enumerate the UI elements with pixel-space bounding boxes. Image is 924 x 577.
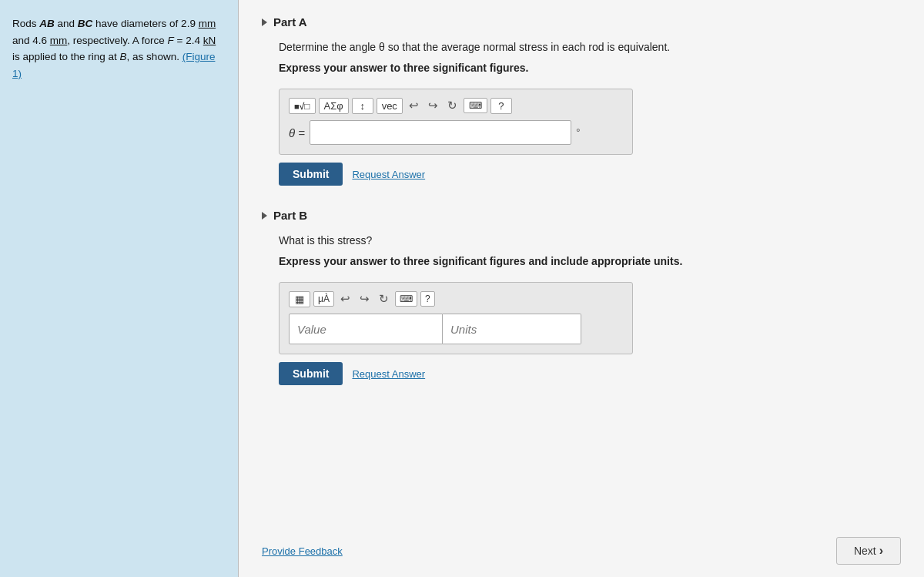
degree-symbol: °	[576, 126, 581, 139]
part-a-toolbar: ■√□ ΑΣφ ↕ vec ↩ ↪ ↻ ⌨ ?	[289, 97, 623, 114]
footer: Provide Feedback Next ›	[239, 537, 924, 565]
part-b-title: Part B	[273, 209, 307, 222]
formula-button-a[interactable]: ■√□	[289, 98, 316, 114]
part-a-desc1: Determine the angle θ so that the averag…	[279, 39, 901, 55]
redo-button-a[interactable]: ↪	[425, 97, 441, 114]
redo-button-b[interactable]: ↪	[357, 290, 373, 307]
part-b-content: What is this stress? Express your answer…	[262, 233, 901, 385]
part-b-answer-box: ▦ μÀ ↩ ↪ ↻ ⌨ ?	[279, 282, 633, 354]
part-b-value-units-row	[289, 314, 623, 344]
next-button[interactable]: Next ›	[836, 537, 901, 565]
part-b-toolbar: ▦ μÀ ↩ ↪ ↻ ⌨ ?	[289, 290, 623, 307]
keyboard-button-a[interactable]: ⌨	[464, 98, 487, 113]
keyboard-button-b[interactable]: ⌨	[395, 291, 417, 307]
problem-description-panel: Rods AB and BC have diameters of 2.9 mm …	[0, 0, 239, 577]
submit-button-b[interactable]: Submit	[279, 362, 343, 385]
next-label: Next	[854, 545, 876, 557]
vec-button-a[interactable]: vec	[377, 98, 403, 114]
theta-label: θ =	[289, 126, 305, 139]
undo-button-b[interactable]: ↩	[337, 290, 353, 307]
request-answer-b[interactable]: Request Answer	[352, 368, 425, 380]
mu-button-b[interactable]: μÀ	[313, 291, 334, 307]
part-a-content: Determine the angle θ so that the averag…	[262, 39, 901, 186]
refresh-button-b[interactable]: ↻	[376, 290, 392, 307]
undo-button-a[interactable]: ↩	[406, 97, 422, 114]
help-button-b[interactable]: ?	[420, 291, 435, 307]
request-answer-a[interactable]: Request Answer	[352, 169, 425, 180]
part-a-answer-box: ■√□ ΑΣφ ↕ vec ↩ ↪ ↻ ⌨ ? θ = °	[279, 89, 633, 155]
part-b-desc1: What is this stress?	[279, 233, 901, 249]
arrows-button-a[interactable]: ↕	[352, 98, 373, 114]
next-arrow-icon: ›	[879, 544, 883, 558]
part-a-buttons: Submit Request Answer	[279, 163, 901, 186]
refresh-button-a[interactable]: ↻	[444, 97, 460, 114]
grid-button-b[interactable]: ▦	[289, 291, 310, 307]
part-b-buttons: Submit Request Answer	[279, 362, 901, 385]
part-a-desc2: Express your answer to three significant…	[279, 60, 901, 76]
value-input[interactable]	[289, 314, 443, 344]
figure-link[interactable]: (Figure 1)	[12, 51, 215, 79]
theta-input[interactable]	[310, 120, 571, 145]
part-a-title: Part A	[273, 15, 307, 29]
provide-feedback-button[interactable]: Provide Feedback	[262, 545, 343, 557]
submit-button-a[interactable]: Submit	[279, 163, 343, 186]
collapse-icon-a[interactable]	[262, 18, 267, 26]
problem-text: Rods AB and BC have diameters of 2.9 mm …	[12, 15, 226, 82]
part-a-header: Part A	[262, 15, 901, 29]
help-button-a[interactable]: ?	[490, 98, 512, 114]
part-b-header: Part B	[262, 209, 901, 222]
aso-button-a[interactable]: ΑΣφ	[319, 98, 349, 114]
collapse-icon-b[interactable]	[262, 212, 267, 220]
answer-panel: Part A Determine the angle θ so that the…	[239, 0, 924, 577]
part-a-input-row: θ = °	[289, 120, 623, 145]
part-b-desc2: Express your answer to three significant…	[279, 253, 901, 270]
units-input[interactable]	[443, 314, 581, 344]
